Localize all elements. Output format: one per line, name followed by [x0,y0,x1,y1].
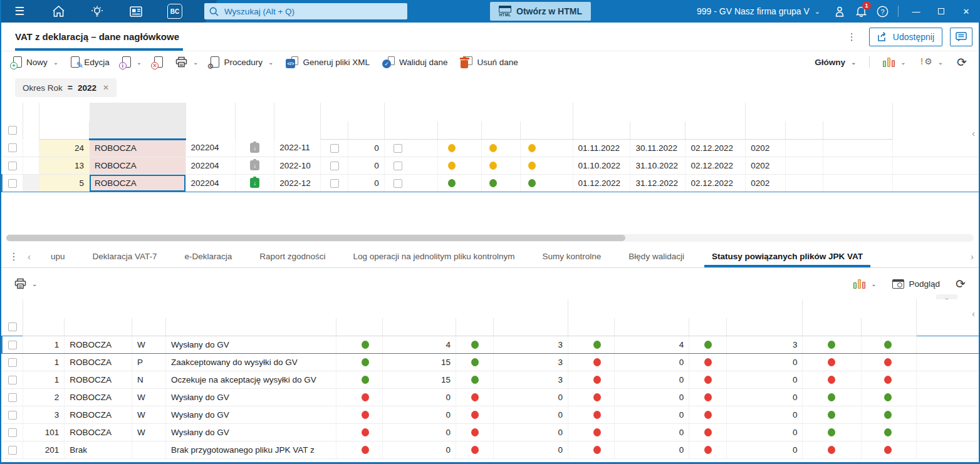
column-header-gv-liczba-1[interactable] [615,318,689,336]
cell-opis[interactable]: Wysłany do GV [165,336,336,353]
cell-status[interactable]: W [132,336,166,353]
subpage-print-button[interactable]: ⌄ [9,276,43,292]
cell-opis[interactable]: Oczekuje na akceptację wysyłki do GV [165,371,336,388]
cell-src-sprzedaz[interactable] [336,353,382,371]
row-select-cell[interactable] [2,353,23,371]
cell-src-sprzedaz-liczba[interactable]: 15 [382,353,456,371]
cell-opis[interactable]: Zaakceptowany do wysyłki do GV [165,353,336,371]
row-checkbox[interactable] [330,162,339,170]
cell-kod-odpowiedzi[interactable] [823,139,892,157]
new-button[interactable]: + Nowy⌄ [8,54,64,70]
column-header-src-liczba-1[interactable] [382,318,456,336]
column-header-opis[interactable] [165,318,336,336]
column-header-okres[interactable] [274,103,321,139]
cell-ok-sprzedaz[interactable] [803,388,862,406]
cell-ok-sprzedaz[interactable] [803,336,862,353]
cell-gv-zakup[interactable] [689,336,727,353]
cell-firma[interactable]: 3 [23,406,65,423]
cell-ok-sprzedaz[interactable] [803,406,862,423]
cell-src-sprzedaz[interactable] [336,388,382,406]
cell-gv-sprzedaz[interactable] [568,371,615,388]
cell-src-sprzedaz-liczba[interactable]: 0 [382,441,456,458]
cell-xml-status[interactable] [786,139,823,157]
cell-korekta-nr[interactable]: 0 [348,174,384,192]
menu-icon[interactable]: ☰ [9,0,30,23]
cell-gv-sprzedaz[interactable] [568,336,615,353]
cell-opis[interactable]: Wysłany do GV [165,406,336,423]
column-header-kod[interactable] [746,103,786,121]
cell-wersja[interactable]: ROBOCZA [65,336,132,353]
table-row[interactable]: 2ROBOCZAWWysłany do GV0000 [2,388,979,406]
table-row[interactable]: 1ROBOCZAWWysłany do GV4343 [2,336,979,353]
cell-src-zakup[interactable] [456,388,493,406]
cell-gv-sprzedaz[interactable] [568,353,615,371]
column-header-wytworzenia[interactable] [685,121,746,139]
cell-gv-sprzedaz[interactable] [568,406,615,423]
row-checkbox[interactable] [8,428,17,437]
column-header-ok-zakup[interactable] [862,318,917,336]
cell-ok-zakup[interactable] [862,406,917,423]
cell-gv-zakup-liczba[interactable]: 0 [727,353,803,371]
table-row[interactable]: 5ROBOCZA202204↓2022-12001.12.202231.12.2… [2,174,979,192]
row-checkbox[interactable] [8,179,17,188]
cell-src-sprzedaz-liczba[interactable]: 0 [382,423,456,441]
alerts-settings-button[interactable]: !⚙ ⌄ [914,54,949,70]
column-header-gv-liczba-2[interactable] [727,318,803,336]
cell-kod-urzedu[interactable]: 0202 [746,139,786,157]
cell-status[interactable] [132,441,166,458]
cell-src-sprzedaz-liczba[interactable]: 4 [382,336,456,353]
cell-status[interactable]: ↓ [236,139,274,157]
row-select-cell[interactable] [2,388,23,406]
column-header-zakup[interactable] [482,121,521,139]
cell-src-sprzedaz[interactable] [336,371,382,388]
row-select-cell[interactable] [2,174,23,192]
cell-ok-zakup[interactable] [862,353,917,371]
scrollbar-thumb[interactable] [6,235,625,241]
cell-gv-zakup[interactable] [689,441,727,458]
tab-5[interactable]: Sumy kontrolne [529,245,615,267]
remove-filter-icon[interactable]: ✕ [103,83,109,92]
row-select-cell[interactable] [2,441,23,458]
cell-src-sprzedaz[interactable] [336,406,382,423]
cell-src-zakup-liczba[interactable]: 3 [493,336,568,353]
column-header-zestaw[interactable] [185,103,236,139]
cell-wersja[interactable]: Brak [65,441,132,458]
tabs-scroll-left-icon[interactable]: ‹ [28,251,31,262]
column-header-urzedu[interactable] [746,121,786,139]
column-header-src-zakup[interactable] [456,318,493,336]
cell-ok-sprzedaz[interactable] [803,423,862,441]
column-header-kod-odpowiedzi[interactable] [823,121,892,139]
refresh-button[interactable]: ⟳ [951,54,972,71]
column-header-sprzedaz[interactable] [438,121,482,139]
cell-gv-zakup-liczba[interactable]: 0 [727,371,803,388]
row-checkbox[interactable] [8,358,17,367]
delete-data-button[interactable]: Usuń dane [454,54,523,71]
cell-src-zakup[interactable] [456,406,493,423]
cell-zestaw[interactable]: 202204 [185,174,236,192]
validate-data-button[interactable]: ✓ Waliduj dane [377,54,454,71]
column-header-deklaracja[interactable] [384,103,438,121]
cell-opis[interactable]: Wysłany do GV [165,388,336,406]
column-header-xml-status[interactable] [786,121,823,139]
cell-xml-status[interactable] [786,174,823,192]
subpage-refresh-button[interactable]: ⟳ [950,276,971,292]
cell-gv-zakup-liczba[interactable]: 3 [727,336,803,353]
cell-ok-sprzedaz[interactable] [803,353,862,371]
column-header-koncowa[interactable] [630,121,685,139]
cell-ok-zakup[interactable] [862,371,917,388]
cell-zawartosc-sprzedaz[interactable] [438,139,482,157]
row-checkbox[interactable] [8,143,17,152]
cell-data-wytworzenia[interactable]: 02.12.2022 [685,157,746,174]
table-row[interactable]: 24ROBOCZA202204↓2022-11001.11.202230.11.… [2,139,979,157]
cell-src-zakup[interactable] [456,441,493,458]
cell-ok-sprzedaz[interactable] [803,371,862,388]
cell-korekta-checkbox[interactable] [321,174,348,192]
row-checkbox[interactable] [8,411,17,420]
cell-src-sprzedaz-liczba[interactable]: 0 [382,388,456,406]
cell-korekta-checkbox[interactable] [321,157,348,174]
row-select-cell[interactable] [2,157,23,174]
cell-gv-zakup-liczba[interactable]: 0 [727,406,803,423]
cell-wersja[interactable]: ROBOCZA [65,423,132,441]
column-header-deklaracja2[interactable] [520,121,573,139]
cell-wersja[interactable]: ROBOCZA [65,353,132,371]
